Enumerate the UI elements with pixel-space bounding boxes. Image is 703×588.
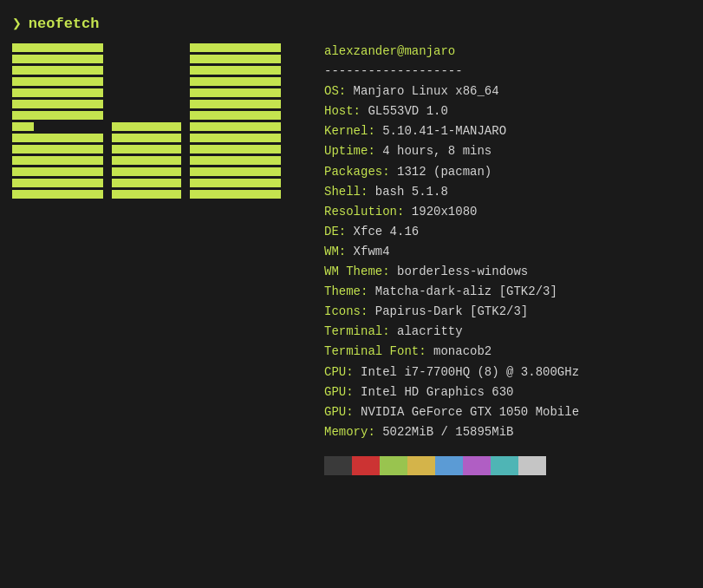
- logo-bar: [112, 134, 181, 142]
- info-val: 4 hours, 8 mins: [382, 144, 491, 158]
- palette-swatch-2: [380, 456, 407, 475]
- info-key: Terminal:: [324, 324, 397, 338]
- info-val: bash 5.1.8: [375, 185, 448, 199]
- info-line: Kernel: 5.10.41-1-MANJARO: [324, 121, 691, 141]
- palette-swatch-5: [463, 456, 491, 475]
- info-key: Host:: [324, 104, 368, 118]
- logo-bar: [190, 77, 281, 86]
- logo-bar: [190, 88, 281, 97]
- logo-bar: [190, 55, 281, 63]
- info-line: Uptime: 4 hours, 8 mins: [324, 141, 691, 161]
- info-val: Manjaro Linux x86_64: [354, 84, 499, 98]
- separator: -------------------: [324, 62, 691, 82]
- info-line: OS: Manjaro Linux x86_64: [324, 82, 691, 101]
- logo-columns: [12, 43, 307, 199]
- logo-bar: [190, 190, 281, 199]
- command-text: neofetch: [29, 16, 100, 32]
- info-line: Icons: Papirus-Dark [GTK2/3]: [324, 302, 691, 322]
- logo-bar: [112, 190, 181, 199]
- info-val: Xfwm4: [354, 245, 390, 258]
- logo-bar: [12, 134, 103, 142]
- logo-bar: [12, 145, 103, 154]
- palette-swatch-1: [352, 456, 380, 475]
- logo-bar: [12, 55, 103, 63]
- username: alexzander@manjaro: [324, 42, 691, 62]
- info-key: OS:: [324, 84, 354, 98]
- logo: [12, 42, 307, 475]
- info-key: Shell:: [324, 185, 375, 199]
- info-key: Theme:: [324, 284, 375, 298]
- terminal-window: ❯ neofetch alexzander@manjaro ----------…: [0, 0, 703, 588]
- logo-col-1: [12, 43, 103, 199]
- logo-bar: [190, 167, 281, 176]
- logo-bar: [112, 167, 181, 176]
- info-line: Terminal Font: monacob2: [324, 342, 691, 362]
- info-key: Packages:: [324, 165, 397, 179]
- logo-bar: [12, 88, 103, 97]
- info-line: Terminal: alacritty: [324, 322, 691, 342]
- info-line: WM Theme: borderless-windows: [324, 262, 691, 282]
- info-line: Resolution: 1920x1080: [324, 202, 691, 222]
- logo-bar: [12, 122, 34, 131]
- palette-swatch-3: [407, 456, 435, 475]
- info-key: Kernel:: [324, 124, 382, 138]
- info-line: Packages: 1312 (pacman): [324, 162, 691, 182]
- main-content: alexzander@manjaro ------------------- O…: [0, 42, 703, 475]
- logo-bar: [190, 145, 281, 154]
- info-key: Icons:: [324, 304, 375, 318]
- info-val: alacritty: [397, 324, 463, 338]
- info-key: DE:: [324, 225, 354, 238]
- info-key: CPU:: [324, 365, 361, 379]
- info-line: Host: GL553VD 1.0: [324, 101, 691, 121]
- logo-col-2: [112, 43, 181, 199]
- logo-bar: [190, 100, 281, 108]
- logo-bar: [190, 122, 281, 131]
- info-key: WM:: [324, 245, 354, 258]
- logo-bar: [190, 179, 281, 187]
- info-key: Resolution:: [324, 205, 412, 219]
- logo-bar: [190, 156, 281, 165]
- logo-bar: [190, 66, 281, 75]
- logo-bar: [12, 167, 103, 176]
- info-val: 5022MiB / 15895MiB: [382, 425, 513, 439]
- info-key: Terminal Font:: [324, 344, 433, 358]
- info-val: monacob2: [433, 344, 491, 358]
- info-val: Intel HD Graphics 630: [361, 385, 513, 399]
- logo-bar: [12, 111, 103, 120]
- info-val: GL553VD 1.0: [368, 104, 447, 118]
- prompt-chevron: ❯: [12, 14, 22, 33]
- logo-bar: [112, 122, 181, 131]
- logo-bar: [190, 43, 281, 52]
- logo-bar: [112, 156, 181, 165]
- info-val: 5.10.41-1-MANJARO: [382, 124, 506, 138]
- info-val: Xfce 4.16: [354, 225, 420, 238]
- palette-swatch-4: [435, 456, 463, 475]
- palette-swatch-0: [324, 456, 352, 475]
- info-key: Memory:: [324, 425, 382, 439]
- info-val: borderless-windows: [397, 265, 528, 278]
- title-bar: ❯ neofetch: [0, 9, 703, 42]
- info-line: Memory: 5022MiB / 15895MiB: [324, 422, 691, 442]
- info-val: 1312 (pacman): [397, 165, 491, 179]
- logo-bar: [12, 66, 103, 75]
- info-key: GPU:: [324, 385, 361, 399]
- info-line: DE: Xfce 4.16: [324, 222, 691, 242]
- logo-bar: [112, 179, 181, 187]
- logo-bar: [12, 190, 103, 199]
- info-line: Theme: Matcha-dark-aliz [GTK2/3]: [324, 282, 691, 302]
- logo-bar: [12, 156, 103, 165]
- logo-bar: [190, 134, 281, 142]
- info-line: Shell: bash 5.1.8: [324, 182, 691, 202]
- info-line: WM: Xfwm4: [324, 242, 691, 262]
- info-line: GPU: NVIDIA GeForce GTX 1050 Mobile: [324, 402, 691, 422]
- info-key: WM Theme:: [324, 265, 397, 278]
- info-line: GPU: Intel HD Graphics 630: [324, 382, 691, 402]
- info-val: NVIDIA GeForce GTX 1050 Mobile: [361, 405, 579, 419]
- logo-bar: [190, 111, 281, 120]
- palette-swatch-6: [491, 456, 518, 475]
- info-key: GPU:: [324, 405, 361, 419]
- info-line: CPU: Intel i7-7700HQ (8) @ 3.800GHz: [324, 363, 691, 382]
- logo-bar: [12, 179, 103, 187]
- color-palette: [324, 456, 691, 475]
- info-val: Intel i7-7700HQ (8) @ 3.800GHz: [361, 365, 579, 379]
